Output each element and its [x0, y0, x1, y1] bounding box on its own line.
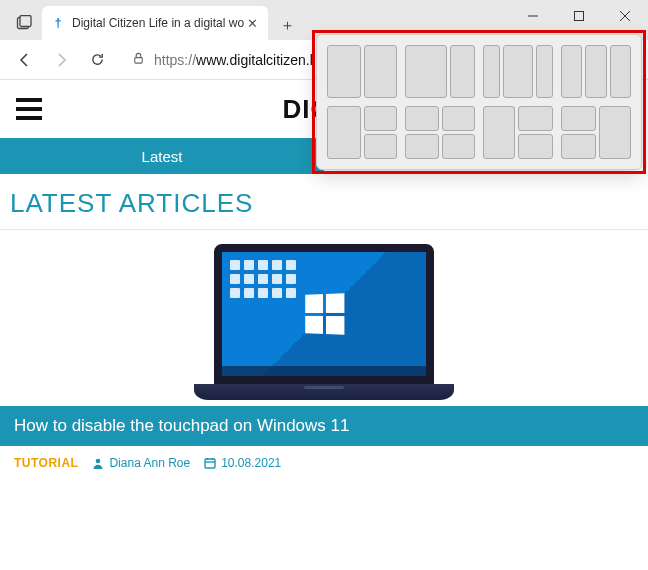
- svg-point-7: [96, 459, 101, 464]
- browser-tab[interactable]: † Digital Citizen Life in a digital wo ✕: [42, 6, 268, 40]
- snap-layout-option[interactable]: [327, 45, 397, 98]
- tab-strip: † Digital Citizen Life in a digital wo ✕…: [0, 0, 302, 40]
- snap-layout-option[interactable]: [561, 106, 631, 159]
- tab-latest[interactable]: Latest: [0, 138, 324, 174]
- article-category-tag[interactable]: TUTORIAL: [14, 456, 78, 470]
- svg-rect-3: [575, 12, 584, 21]
- snap-layout-option[interactable]: [561, 45, 631, 98]
- new-tab-button[interactable]: ＋: [272, 10, 302, 40]
- lock-icon: [132, 52, 146, 68]
- author-name: Diana Ann Roe: [109, 456, 190, 470]
- minimize-button[interactable]: [510, 0, 556, 32]
- laptop-image: [194, 244, 454, 400]
- article-thumbnail: [0, 238, 648, 406]
- snap-layout-option[interactable]: [483, 45, 553, 98]
- snap-layout-option[interactable]: [327, 106, 397, 159]
- article-meta: TUTORIAL Diana Ann Roe 10.08.2021: [0, 446, 648, 480]
- svg-rect-6: [135, 57, 142, 63]
- divider: [0, 229, 648, 230]
- user-icon: [92, 457, 104, 469]
- snap-layout-option[interactable]: [483, 106, 553, 159]
- hamburger-menu-icon[interactable]: [16, 98, 42, 120]
- favicon-icon: †: [50, 15, 66, 31]
- url-protocol: https://: [154, 52, 196, 68]
- article-card[interactable]: How to disable the touchpad on Windows 1…: [0, 238, 648, 480]
- url-domain: www.digitalcitizen.l: [196, 52, 313, 68]
- calendar-icon: [204, 457, 216, 469]
- tab-close-icon[interactable]: ✕: [244, 16, 260, 31]
- tab-actions-button[interactable]: [6, 6, 42, 40]
- close-window-button[interactable]: [602, 0, 648, 32]
- snap-layouts-flyout: [316, 34, 642, 170]
- article-title: How to disable the touchpad on Windows 1…: [0, 406, 648, 446]
- article-author[interactable]: Diana Ann Roe: [92, 456, 190, 470]
- snap-layout-option[interactable]: [405, 106, 475, 159]
- date-text: 10.08.2021: [221, 456, 281, 470]
- article-date: 10.08.2021: [204, 456, 281, 470]
- window-controls: [510, 0, 648, 32]
- svg-rect-1: [20, 16, 31, 27]
- windows-logo-icon: [305, 293, 344, 335]
- forward-button[interactable]: [44, 44, 78, 76]
- tab-title: Digital Citizen Life in a digital wo: [72, 16, 244, 30]
- back-button[interactable]: [8, 44, 42, 76]
- maximize-button[interactable]: [556, 0, 602, 32]
- snap-layout-option[interactable]: [405, 45, 475, 98]
- refresh-button[interactable]: [80, 44, 114, 76]
- svg-rect-8: [205, 459, 215, 468]
- section-heading: LATEST ARTICLES: [0, 174, 648, 229]
